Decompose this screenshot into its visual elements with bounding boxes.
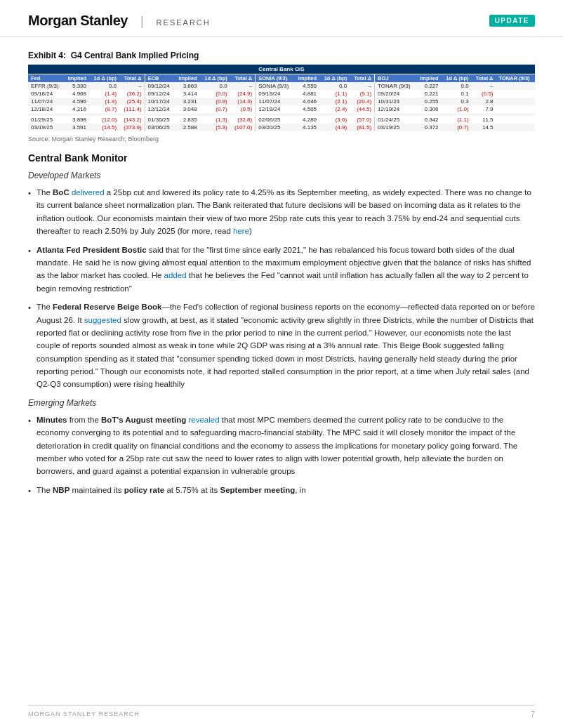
td-fed-date: 01/29/25 bbox=[28, 116, 64, 124]
table-row: 11/07/24 4.596 (1.4) (25.4) 10/17/24 3.2… bbox=[28, 98, 535, 105]
inline-link[interactable]: delivered bbox=[72, 188, 105, 197]
td-ecb-1d: 0.0 bbox=[200, 82, 230, 90]
bold-span: BoT's August meeting bbox=[101, 416, 186, 424]
th-ecb-1d: 1d Δ (bp) bbox=[200, 74, 230, 83]
td-ecb-implied: 3.663 bbox=[174, 82, 199, 90]
td-boj-implied: 0.221 bbox=[416, 90, 441, 98]
bullet-content: Minutes from the BoT's August meeting re… bbox=[37, 413, 535, 478]
footer-brand: MORGAN STANLEY RESEARCH bbox=[28, 710, 140, 717]
th-fed-implied: Implied bbox=[64, 74, 89, 83]
td-sonia-total: – bbox=[350, 82, 374, 90]
inline-link[interactable]: revealed bbox=[188, 416, 219, 424]
th-sonia-total: Total Δ bbox=[350, 74, 374, 83]
text-span: maintained its bbox=[69, 486, 124, 494]
monitor-title: Central Bank Monitor bbox=[28, 152, 535, 164]
td-fed-date: 11/07/24 bbox=[28, 98, 64, 105]
td-boj-date: 10/31/24 bbox=[375, 98, 416, 105]
th-ecb-total: Total Δ bbox=[230, 74, 256, 83]
td-fed-date: 09/18/24 bbox=[28, 90, 64, 98]
list-item: •The BoC delivered a 25bp cut and lowere… bbox=[28, 186, 535, 238]
exhibit-number: Exhibit 4: bbox=[28, 51, 66, 60]
td-ecb-implied: 3.414 bbox=[174, 90, 199, 98]
bold-span: September meeting bbox=[220, 486, 295, 494]
td-sonia-1d: (2.1) bbox=[319, 98, 350, 105]
td-fed-1d: (12.0) bbox=[89, 116, 119, 124]
td-fed-total: (373.9) bbox=[119, 124, 145, 131]
td-ecb-1d: (0.0) bbox=[200, 90, 230, 98]
td-sonia-date: 11/07/24 bbox=[256, 98, 294, 105]
td-fed-total: (36.2) bbox=[119, 90, 145, 98]
td-ecb-1d: (0.9) bbox=[200, 98, 230, 105]
th-fed-total: Total Δ bbox=[119, 74, 145, 83]
list-item: •Atlanta Fed President Bostic said that … bbox=[28, 244, 535, 296]
exhibit-label: G4 Central Bank Implied Pricing bbox=[71, 51, 199, 60]
td-fed-1d: 0.0 bbox=[89, 82, 119, 90]
td-sonia-implied: 4.550 bbox=[294, 82, 319, 90]
td-sonia-1d: (4.9) bbox=[319, 124, 350, 131]
bullet-content: The BoC delivered a 25bp cut and lowered… bbox=[37, 186, 535, 238]
td-boj-1d: 0.3 bbox=[442, 98, 472, 105]
td-tonar bbox=[496, 98, 535, 105]
table-row: EFFR (9/3) 5.330 0.0 – 09/12/24 3.663 0.… bbox=[28, 82, 535, 90]
th-sonia-implied: Implied bbox=[294, 74, 319, 83]
td-ecb-1d: (0.7) bbox=[200, 105, 230, 113]
developed-markets-label: Developed Markets bbox=[28, 171, 535, 180]
monitor-section: Central Bank Monitor Developed Markets •… bbox=[28, 152, 535, 497]
td-ecb-1d: (1.3) bbox=[200, 116, 230, 124]
text-span: The bbox=[37, 188, 53, 197]
td-fed-implied: 5.330 bbox=[64, 82, 89, 90]
td-ecb-implied: 2.835 bbox=[174, 116, 199, 124]
td-boj-date: TONAR (9/3) bbox=[375, 82, 416, 90]
th-boj-1d: 1d Δ (bp) bbox=[442, 74, 472, 83]
td-ecb-total: (107.0) bbox=[230, 124, 256, 131]
inline-link[interactable]: here bbox=[233, 227, 249, 235]
th-boj-implied: Implied bbox=[416, 74, 441, 83]
td-boj-date: 01/24/25 bbox=[375, 116, 416, 124]
td-fed-implied: 3.591 bbox=[64, 124, 89, 131]
brand-name: Morgan Stanley bbox=[28, 13, 128, 29]
table-main-header: Central Bank OIS bbox=[28, 65, 535, 74]
td-fed-implied: 4.596 bbox=[64, 98, 89, 105]
exhibit-title: Exhibit 4: G4 Central Bank Implied Prici… bbox=[28, 51, 535, 60]
td-fed-implied: 4.968 bbox=[64, 90, 89, 98]
td-ecb-date: 12/12/24 bbox=[145, 105, 174, 113]
td-ecb-date: 09/12/24 bbox=[145, 90, 174, 98]
th-ecb-date: ECB bbox=[145, 74, 174, 83]
exhibit-section: Exhibit 4: G4 Central Bank Implied Prici… bbox=[28, 51, 535, 143]
table-row: 01/29/25 3.898 (12.0) (143.2) 01/30/25 2… bbox=[28, 116, 535, 124]
td-boj-implied: 0.372 bbox=[416, 124, 441, 131]
logo-area: Morgan Stanley | RESEARCH bbox=[28, 13, 211, 29]
td-sonia-implied: 4.135 bbox=[294, 124, 319, 131]
page: Morgan Stanley | RESEARCH UPDATE Exhibit… bbox=[0, 0, 563, 728]
td-sonia-total: (44.5) bbox=[350, 105, 374, 113]
text-span: from the bbox=[67, 416, 101, 424]
th-sonia-date: SONIA (9/3) bbox=[256, 74, 294, 83]
td-tonar bbox=[496, 116, 535, 124]
td-ecb-implied: 2.588 bbox=[174, 124, 199, 131]
td-sonia-total: (81.5) bbox=[350, 124, 374, 131]
td-ecb-total: (14.3) bbox=[230, 98, 256, 105]
footer: MORGAN STANLEY RESEARCH 7 bbox=[28, 705, 535, 718]
list-item: •The NBP maintained its policy rate at 5… bbox=[28, 484, 535, 497]
header-separator: | bbox=[140, 14, 144, 29]
exhibit-source: Source: Morgan Stanley Research; Bloombe… bbox=[28, 135, 535, 143]
td-ecb-total: (0.5) bbox=[230, 105, 256, 113]
update-badge: UPDATE bbox=[489, 15, 535, 27]
th-fed-1d: 1d Δ (bp) bbox=[89, 74, 119, 83]
th-fed-date: Fed bbox=[28, 74, 64, 83]
text-span: , in bbox=[295, 486, 305, 494]
td-sonia-1d: (1.1) bbox=[319, 90, 350, 98]
bold-span: Atlanta Fed President Bostic bbox=[37, 246, 147, 254]
th-boj-total: Total Δ bbox=[472, 74, 496, 83]
inline-link[interactable]: suggested bbox=[84, 316, 121, 324]
th-tonar: TONAR (9/3) bbox=[496, 74, 535, 83]
td-sonia-implied: 4.881 bbox=[294, 90, 319, 98]
td-sonia-date: 12/19/24 bbox=[256, 105, 294, 113]
td-sonia-1d: (2.4) bbox=[319, 105, 350, 113]
td-ecb-total: (32.8) bbox=[230, 116, 256, 124]
td-sonia-total: (20.4) bbox=[350, 98, 374, 105]
bullet-content: Atlanta Fed President Bostic said that f… bbox=[37, 244, 535, 296]
td-sonia-1d: (3.6) bbox=[319, 116, 350, 124]
inline-link[interactable]: added bbox=[164, 271, 187, 279]
td-sonia-implied: 4.505 bbox=[294, 105, 319, 113]
